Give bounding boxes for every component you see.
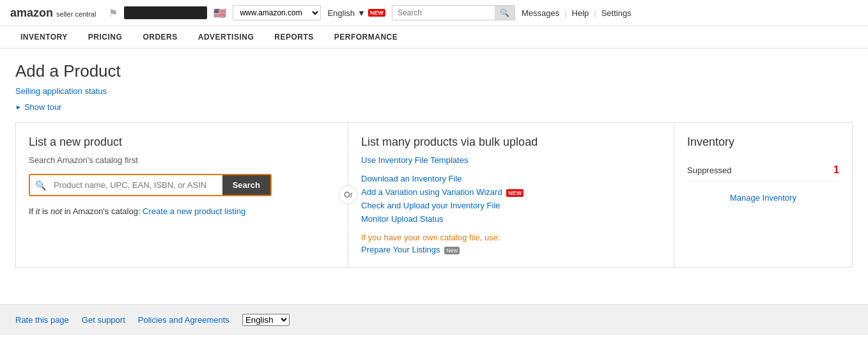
product-search-box: 🔍 Search xyxy=(29,174,272,196)
page-title: Add a Product xyxy=(15,61,853,81)
panels-row: List a new product Search Amazon's catal… xyxy=(15,122,853,268)
main-content: Add a Product Selling application status… xyxy=(0,49,868,304)
nav-reports[interactable]: REPORTS xyxy=(264,26,324,48)
own-catalog-text: If you have your own catalog file, use: xyxy=(361,233,661,242)
header-search: 🔍 xyxy=(392,5,515,20)
check-upload-link[interactable]: Check and Upload your Inventory File xyxy=(361,201,661,210)
account-bar xyxy=(124,6,207,19)
logo-container: amazon seller central xyxy=(10,6,96,20)
nav-performance[interactable]: PERFORMANCE xyxy=(324,26,408,48)
new-tag-prepare: New xyxy=(444,247,460,254)
lang-dropdown-icon[interactable]: ▼ xyxy=(357,8,366,18)
panel-left-subtitle: Search Amazon's catalog first xyxy=(29,155,335,165)
product-search-button[interactable]: Search xyxy=(222,175,270,195)
get-support-link[interactable]: Get support xyxy=(82,315,125,325)
prepare-listings-label: Prepare Your Listings xyxy=(361,245,440,254)
panel-bulk-upload: List many products via bulk upload Use I… xyxy=(348,122,674,268)
suppressed-label: Suppressed xyxy=(687,166,731,175)
nav-bar: INVENTORY PRICING ORDERS ADVERTISING REP… xyxy=(0,26,868,49)
footer: Rate this page Get support Policies and … xyxy=(0,304,868,335)
panel-list-new: List a new product Search Amazon's catal… xyxy=(15,122,348,268)
show-tour-link[interactable]: ► Show tour xyxy=(15,102,853,112)
settings-link[interactable]: Settings xyxy=(601,8,632,18)
header: amazon seller central ⚑ 🇺🇸 www.amazon.co… xyxy=(0,0,868,26)
panel-middle-subtitle: Use Inventory File Templates xyxy=(361,155,661,165)
flag-pin-icon: ⚑ xyxy=(109,7,118,19)
nav-inventory[interactable]: INVENTORY xyxy=(10,26,78,48)
prepare-listings-link[interactable]: Prepare Your Listings New xyxy=(361,245,460,254)
tour-arrow-icon: ► xyxy=(15,104,22,111)
messages-link[interactable]: Messages xyxy=(522,8,559,18)
monitor-upload-link[interactable]: Monitor Upload Status xyxy=(361,214,661,224)
divider-2: | xyxy=(594,8,596,18)
url-select[interactable]: www.amazon.com www.amazon.co.uk xyxy=(233,5,321,20)
new-tag-variation: NEW xyxy=(506,189,523,197)
amazon-logo: amazon seller central xyxy=(10,6,96,20)
show-tour-label: Show tour xyxy=(24,102,62,112)
not-in-catalog-it: it xyxy=(36,206,40,216)
create-new-listing-link[interactable]: Create a new product listing xyxy=(143,206,245,216)
suppressed-count: 1 xyxy=(833,164,839,176)
header-links: Messages | Help | Settings xyxy=(522,8,632,18)
nav-orders[interactable]: ORDERS xyxy=(132,26,187,48)
us-flag-icon: 🇺🇸 xyxy=(213,7,226,19)
language-selector: English ▼ NEW xyxy=(327,8,385,18)
language-label: English xyxy=(327,8,355,18)
inventory-file-templates-link[interactable]: Use Inventory File Templates xyxy=(361,155,468,165)
inventory-title: Inventory xyxy=(687,135,839,149)
bulk-links: Download an Inventory File Add a Variati… xyxy=(361,174,661,224)
not-in-catalog-not: not xyxy=(50,206,62,216)
selling-app-link[interactable]: Selling application status xyxy=(15,86,853,96)
header-search-input[interactable] xyxy=(392,6,495,20)
nav-pricing[interactable]: PRICING xyxy=(78,26,133,48)
panel-inventory: Inventory Suppressed 1 Manage Inventory xyxy=(674,122,853,268)
panel-left-title: List a new product xyxy=(29,135,335,149)
manage-inventory-link[interactable]: Manage Inventory xyxy=(687,189,839,206)
search-box-icon: 🔍 xyxy=(30,176,51,194)
not-in-catalog-text: If it is not in Amazon's catalog: Create… xyxy=(29,206,335,216)
add-variation-link[interactable]: Add a Variation using Variation Wizard N… xyxy=(361,187,661,197)
panel-middle-title: List many products via bulk upload xyxy=(361,135,661,149)
or-divider: Or xyxy=(339,185,358,205)
new-badge: NEW xyxy=(368,9,385,17)
footer-language-select[interactable]: English Deutsch Español Français xyxy=(242,314,290,326)
header-search-button[interactable]: 🔍 xyxy=(495,6,515,20)
product-search-input[interactable] xyxy=(51,176,222,194)
policies-link[interactable]: Policies and Agreements xyxy=(138,315,229,325)
add-variation-label: Add a Variation using Variation Wizard xyxy=(361,187,502,197)
seller-central-label: seller central xyxy=(56,10,96,18)
help-link[interactable]: Help xyxy=(572,8,589,18)
download-inventory-link[interactable]: Download an Inventory File xyxy=(361,174,661,183)
nav-advertising[interactable]: ADVERTISING xyxy=(188,26,265,48)
divider-1: | xyxy=(564,8,566,18)
inventory-suppressed-row: Suppressed 1 xyxy=(687,159,839,182)
rate-page-link[interactable]: Rate this page xyxy=(15,315,69,325)
